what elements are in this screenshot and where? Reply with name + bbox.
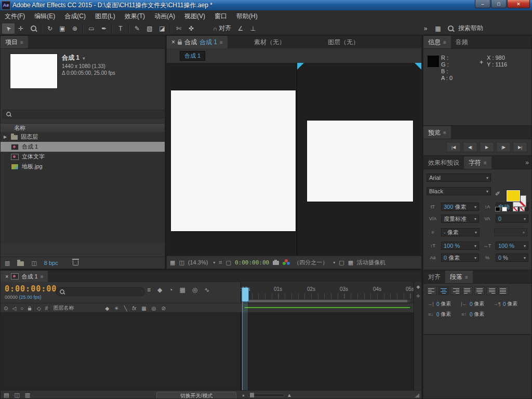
snapshot-icon[interactable]	[273, 261, 279, 265]
snapping-label[interactable]: 对齐	[219, 24, 231, 33]
snapping-icon[interactable]: ∩	[213, 25, 217, 32]
toggle-switches-modes-button[interactable]: 切换开关/模式	[156, 392, 236, 399]
tab-effects-presets[interactable]: 效果和预设	[423, 156, 464, 169]
menu-composition[interactable]: 合成(C)	[60, 10, 90, 22]
fill-color-swatch[interactable]	[507, 190, 520, 202]
expand-arrow-icon[interactable]: ▶	[4, 135, 8, 139]
justify-last-right-button[interactable]	[486, 286, 497, 295]
eye-icon[interactable]: ⊙	[4, 305, 8, 311]
justify-all-button[interactable]	[498, 286, 509, 295]
zoom-out-icon[interactable]: ▲	[242, 393, 245, 397]
pan-behind-tool[interactable]: ⊕	[69, 23, 81, 34]
project-column-header[interactable]: 名称	[1, 123, 165, 132]
timeline-search-input[interactable]	[56, 287, 145, 296]
motion-blur-icon[interactable]: ◎	[192, 286, 197, 294]
tracking-select[interactable]: 0 ▾	[496, 215, 528, 223]
previous-frame-button[interactable]: ◀|	[463, 142, 477, 152]
new-folder-icon[interactable]	[17, 261, 24, 266]
roto-brush-tool[interactable]: ✄	[172, 23, 185, 34]
eraser-tool[interactable]: ◪	[156, 23, 168, 34]
kerning-select[interactable]: 度量标准 ▾	[441, 215, 479, 223]
align-left-button[interactable]	[427, 286, 437, 295]
search-help-label[interactable]: 搜索帮助	[458, 24, 483, 33]
menu-edit[interactable]: 编辑(E)	[30, 10, 60, 22]
next-frame-button[interactable]: |▶	[496, 142, 511, 152]
draft-3d-icon[interactable]: ◆	[157, 286, 162, 294]
expand-layer-switches-icon[interactable]: ▤	[4, 392, 9, 398]
first-frame-button[interactable]: |◀	[446, 142, 461, 152]
quality-switch-icon[interactable]: ╲	[124, 305, 127, 311]
chevron-down-icon[interactable]: ▾	[333, 260, 335, 265]
pen-tool[interactable]: ✒	[98, 23, 110, 34]
search-help-button[interactable]	[444, 23, 457, 34]
collapse-switch-icon[interactable]: ✳	[114, 305, 118, 311]
clone-stamp-tool[interactable]: ▧	[143, 23, 156, 34]
puppet-pin-tool[interactable]: ✜	[185, 23, 197, 34]
hide-shy-layers-icon[interactable]: ◔	[169, 286, 172, 294]
adjustment-switch-icon[interactable]: ⊘	[162, 305, 166, 311]
eyedropper-icon[interactable]: ✐	[495, 190, 500, 197]
horizontal-scale-select[interactable]: 100 % ▾	[496, 242, 528, 250]
comp-mini-flowchart-icon[interactable]: ≡	[147, 286, 151, 294]
solo-icon[interactable]: ○	[20, 305, 23, 311]
track-area[interactable]	[241, 312, 414, 390]
selection-tool[interactable]: ➤	[2, 23, 15, 34]
last-frame-button[interactable]: ▶|	[513, 142, 527, 152]
layer-list-area[interactable]	[1, 312, 241, 390]
graph-editor-icon[interactable]: ∿	[204, 286, 209, 294]
play-button[interactable]: ▶	[480, 142, 494, 152]
zoom-slider-handle[interactable]	[249, 392, 255, 398]
rectangle-tool[interactable]: ▭	[85, 23, 98, 34]
rotation-tool[interactable]: ↻	[44, 23, 56, 34]
hand-tool[interactable]: ✛	[15, 23, 27, 34]
grid-guides-icon[interactable]: ⌗	[219, 259, 222, 266]
expand-transfer-controls-icon[interactable]: ◫	[14, 392, 19, 398]
frame-blend-switch-icon[interactable]: ▦	[141, 305, 146, 311]
toolbar-overflow-button[interactable]: »	[419, 23, 432, 34]
vertical-scale-select[interactable]: 100 % ▾	[441, 242, 479, 250]
default-fill-stroke-chip[interactable]	[502, 207, 507, 211]
timeline-scroll-column[interactable]: ◆ ✛	[414, 282, 422, 390]
chevron-down-icon[interactable]: ▾	[83, 56, 85, 61]
menu-file[interactable]: 文件(F)	[0, 10, 30, 22]
stroke-width-select[interactable]: - 像素 ▾	[441, 228, 480, 236]
tab-align[interactable]: 对齐	[423, 271, 445, 283]
tab-footage[interactable]: 素材（无）	[249, 36, 290, 48]
panel-menu-icon[interactable]: ≡	[20, 39, 23, 45]
motion-blur-switch-icon[interactable]: ◎	[152, 305, 156, 311]
brush-tool[interactable]: ✎	[131, 23, 143, 34]
expand-in-out-icon[interactable]: ▥	[25, 392, 30, 398]
tab-paragraph[interactable]: 段落 ≡	[445, 271, 473, 283]
tsume-select[interactable]: 0 % ▾	[496, 254, 528, 262]
viewer-timecode[interactable]: 0:00:00:00	[235, 259, 269, 266]
menu-help[interactable]: 帮助(H)	[232, 10, 262, 22]
panel-menu-icon[interactable]: ≡	[484, 160, 487, 166]
comp-view-right[interactable]	[307, 120, 414, 202]
baseline-shift-select[interactable]: 0 像素 ▾	[441, 254, 479, 262]
default-fill-stroke-chip[interactable]	[495, 207, 500, 211]
menu-window[interactable]: 窗口	[210, 10, 232, 22]
menu-effect[interactable]: 效果(T)	[120, 10, 150, 22]
fx-switch-icon[interactable]: fx	[132, 305, 137, 311]
comp-view-left[interactable]	[170, 90, 296, 232]
close-tab-icon[interactable]: ×	[5, 273, 8, 280]
panel-menu-icon[interactable]: ≡	[443, 39, 446, 45]
menu-layer[interactable]: 图层(L)	[90, 10, 120, 22]
project-row-comp1[interactable]: 合成 1	[1, 142, 165, 152]
lock-icon[interactable]	[28, 308, 31, 310]
space-after-field[interactable]: ≡↑ 0 像素	[460, 309, 493, 320]
indent-left-field[interactable]: →| 0 像素	[427, 299, 460, 309]
frame-blending-icon[interactable]: ▦	[180, 286, 185, 294]
comp-marker-icon[interactable]: ◆	[417, 284, 420, 289]
new-composition-icon[interactable]: ◫	[31, 260, 36, 267]
always-preview-icon[interactable]: ▦	[170, 259, 175, 266]
tab-character[interactable]: 字符 ≡	[464, 156, 491, 169]
align-center-button[interactable]	[438, 286, 449, 295]
justify-last-center-button[interactable]	[474, 286, 485, 295]
menu-view[interactable]: 视图(V)	[180, 10, 210, 22]
font-size-select[interactable]: 300 像素 ▾	[441, 203, 479, 211]
tab-timeline-comp1[interactable]: × 合成 1 ≡	[1, 271, 48, 282]
layer-name-column[interactable]: 图层名称	[53, 304, 74, 312]
mini-map-icon[interactable]: ◫	[179, 259, 184, 266]
text-tool[interactable]: T	[114, 23, 127, 34]
